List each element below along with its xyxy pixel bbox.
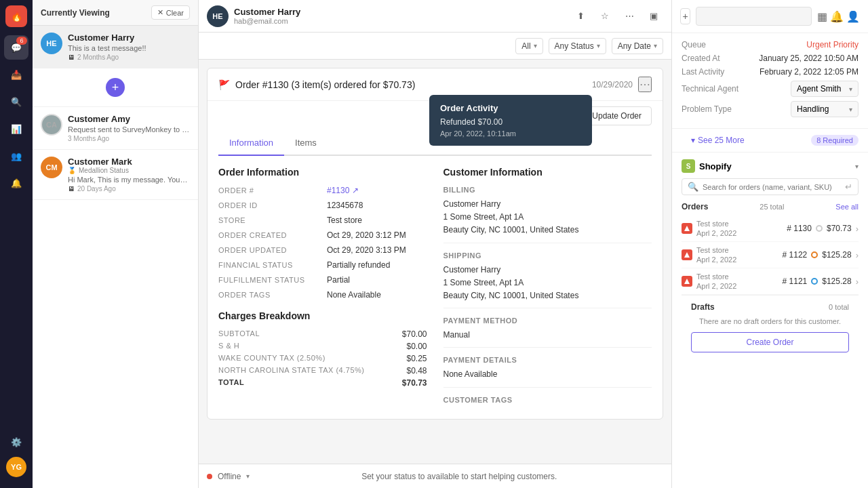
panel-grid-icon[interactable]: ▦ [817,10,827,23]
panel-profile-icon[interactable]: 👤 [846,10,860,23]
inbox-icon: 📥 [11,70,22,80]
add-panel-button[interactable]: + [680,8,690,24]
order-1122-store: Test store [696,246,736,254]
charge-nc-tax: NORTH CAROLINA STATE TAX (4.75%) $0.48 [218,366,427,375]
rp-last-activity-value: February 2, 2022 12:05 PM [760,67,859,77]
avatar-amy: CA [41,114,62,136]
rp-queue-row: Queue Urgent Priority [682,40,859,49]
sidebar-toggle-icon[interactable]: ▣ [644,7,663,26]
nav-icon-chat[interactable]: 💬 6 [4,35,28,60]
star-icon[interactable]: ☆ [595,7,614,26]
panel-search-input[interactable] [696,7,812,26]
icon-sidebar: 🔥 💬 6 📥 🔍 📊 👥 🔔 ⚙️ YG [0,0,33,488]
chevron-down-icon-seemore: ▾ [691,136,695,145]
payment-method-title: PAYMENT METHOD [443,317,652,325]
close-icon: ✕ [157,8,163,17]
nav-icon-notifications[interactable]: 🔔 [4,171,28,195]
nav-icon-reports[interactable]: 📊 [4,117,28,141]
problem-dropdown-arrow: ▾ [849,106,852,113]
shopify-order-1122[interactable]: Test store Aprl 2, 2022 # 1122 $125.28 › [682,242,859,268]
conversation-item-harry[interactable]: HE Customer Harry This is a test message… [33,26,198,68]
upload-icon[interactable]: ⬆ [571,7,590,26]
conv-channel-mark: 🖥 [68,185,75,192]
reports-icon: 📊 [11,124,22,134]
drafts-count: 0 total [829,303,849,311]
billing-title: BILLING [443,186,652,194]
store-value: Test store [327,216,362,225]
shipping-title: SHIPPING [443,251,652,260]
charges-section: Charges Breakdown SUBTOTAL $70.00 S & H … [218,310,427,388]
shopify-order-1130[interactable]: Test store Aprl 2, 2022 # 1130 $70.73 › [682,216,859,242]
nav-icon-contacts[interactable]: 👥 [4,144,28,168]
conv-time-harry: 2 Months Ago [77,54,119,61]
customer-information-col: Customer Information BILLING Customer Ha… [443,167,652,408]
order-1121-date: Aprl 2, 2022 [696,282,736,290]
financial-status-value: Partially refunded [327,260,390,270]
conv-badge-label-mark: Medallion Status [79,167,129,174]
conv-name-harry: Customer Harry [68,33,190,43]
info-row-created: ORDER CREATED Oct 29, 2020 3:12 PM [218,230,427,240]
shopify-title: S Shopify [682,159,732,173]
billing-shipping-divider [443,243,652,243]
user-avatar[interactable]: YG [6,457,26,477]
orders-title: Orders [682,202,708,211]
add-conversation-button[interactable]: + [106,78,125,97]
problem-type-dropdown[interactable]: Handling ▾ [791,101,859,117]
info-row-store: STORE Test store [218,216,427,225]
tab-items[interactable]: Items [284,131,328,156]
info-row-order-num: ORDER # #1130 ↗ [218,186,427,195]
main-area: HE Customer Harry hab@email.com ⬆ ☆ ⋯ ▣ … [199,0,671,488]
search-submit-icon[interactable]: ↵ [845,182,852,192]
panel-bell-icon[interactable]: 🔔 [830,10,844,23]
shopify-search-input[interactable] [703,183,841,191]
status-label: Offline [218,472,241,481]
nav-icon-settings[interactable]: ⚙️ [4,430,28,454]
shopify-order-1121[interactable]: Test store Aprl 2, 2022 # 1121 $125.28 › [682,268,859,295]
agent-dropdown[interactable]: Agent Smith ▾ [791,81,859,97]
update-order-button[interactable]: Update Order [582,106,652,125]
conv-badge-mark: 🏅 [68,167,76,174]
payment-details-value: None Available [443,368,652,381]
payment-method-value: Manual [443,329,652,342]
order-1121-status [811,278,818,285]
status-dot [207,474,212,479]
create-order-button[interactable]: Create Order [691,332,849,352]
filter-status-button[interactable]: Any Status ▾ [549,38,606,54]
shopify-collapse-icon[interactable]: ▾ [855,163,859,170]
content-area: 🚩 Order #1130 (3 item(s) ordered for $70… [199,60,671,464]
order-two-col: Order Information ORDER # #1130 ↗ ORDER … [218,167,652,408]
nav-icon-inbox[interactable]: 📥 [4,62,28,87]
see-all-link[interactable]: See all [835,203,859,211]
order-1130-store: Test store [696,220,736,228]
order-more-button[interactable]: ⋯ [638,77,652,92]
conv-preview-mark: Hi Mark, This is my message. Your order … [68,176,190,184]
order-id-value: 12345678 [327,201,363,210]
tab-information[interactable]: Information [218,131,284,156]
order-number-link[interactable]: #1130 ↗ [327,186,359,195]
conv-time-amy: 3 Months Ago [68,135,109,142]
conv-channel-harry: 🖥 [68,54,75,61]
shopify-header: S Shopify ▾ [682,159,859,173]
filter-date-button[interactable]: Any Date ▾ [612,38,663,54]
filter-all-button[interactable]: All ▾ [515,38,542,54]
top-bar-customer-email: hab@email.com [234,17,566,25]
search-icon-shopify: 🔍 [688,182,698,192]
more-options-icon[interactable]: ⋯ [620,7,639,26]
conversation-item-mark[interactable]: CM Customer Mark 🏅 Medallion Status Hi M… [33,150,198,200]
avatar-harry: HE [41,33,62,54]
rp-problem-label: Problem Type [682,104,732,114]
app-logo[interactable]: 🔥 [5,5,27,27]
clear-button[interactable]: ✕ Clear [151,5,190,20]
conv-time-mark: 20 Days Ago [77,185,116,192]
nav-icon-search[interactable]: 🔍 [4,89,28,114]
payment-details-divider [443,347,652,348]
conversation-item-amy[interactable]: CA Customer Amy Request sent to SurveyMo… [33,107,198,150]
see-more-link[interactable]: ▾ See 25 More [682,133,754,148]
avatar-mark: CM [41,157,62,178]
chevron-down-icon: ▾ [246,472,250,480]
shopify-icon: S [682,159,695,173]
info-row-updated: ORDER UPDATED Oct 29, 2020 3:13 PM [218,245,427,255]
order-1122-date: Aprl 2, 2022 [696,256,736,264]
conv-preview-harry: This is a test message!! [68,44,190,52]
charge-wake-tax: WAKE COUNTY TAX (2.50%) $0.25 [218,354,427,363]
